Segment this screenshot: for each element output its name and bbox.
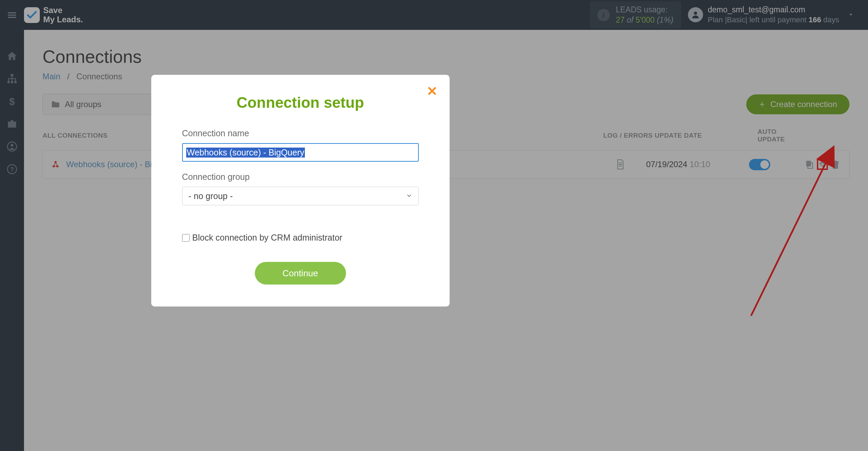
connection-name-input[interactable]: Webhooks (source) - BigQuery xyxy=(182,143,419,162)
block-connection-checkbox-row[interactable]: Block connection by CRM administrator xyxy=(182,233,419,243)
connection-name-value: Webhooks (source) - BigQuery xyxy=(186,148,305,158)
modal-title: Connection setup xyxy=(182,94,419,111)
modal-close-button[interactable] xyxy=(427,86,437,96)
connection-name-label: Connection name xyxy=(182,128,419,138)
close-icon xyxy=(427,86,437,96)
continue-button[interactable]: Continue xyxy=(255,262,346,285)
block-connection-checkbox[interactable] xyxy=(182,234,190,242)
connection-setup-modal: Connection setup Connection name Webhook… xyxy=(151,75,450,307)
connection-group-label: Connection group xyxy=(182,172,419,182)
block-connection-label: Block connection by CRM administrator xyxy=(192,233,343,243)
connection-group-select[interactable]: - no group - xyxy=(182,187,419,205)
